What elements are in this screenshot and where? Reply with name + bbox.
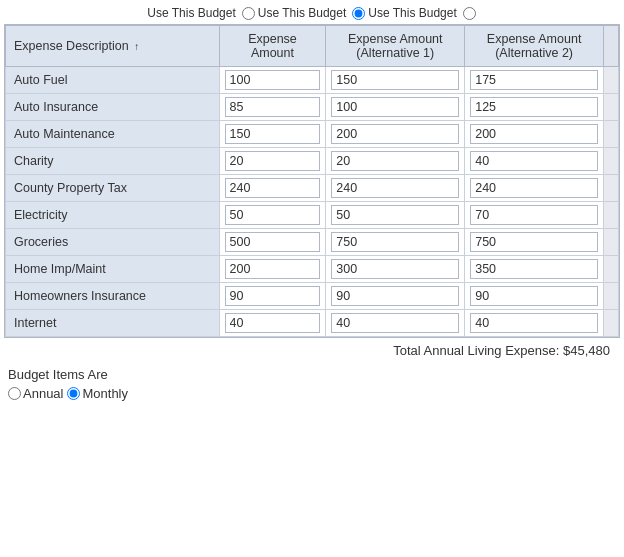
input-alt2[interactable] xyxy=(470,97,598,117)
input-alt1[interactable] xyxy=(331,178,459,198)
col-header-description[interactable]: Expense Description ↑ xyxy=(6,26,220,67)
input-amount[interactable] xyxy=(225,178,321,198)
input-alt1[interactable] xyxy=(331,205,459,225)
cell-description: Homeowners Insurance xyxy=(6,283,220,310)
input-alt2[interactable] xyxy=(470,259,598,279)
cell-alt1[interactable] xyxy=(326,67,465,94)
input-alt1[interactable] xyxy=(331,313,459,333)
scrollbar-cell xyxy=(604,256,619,283)
top-budget-label-0: Use This Budget xyxy=(147,6,236,20)
cell-amount[interactable] xyxy=(219,202,326,229)
table-header-row: Expense Description ↑ Expense Amount Exp… xyxy=(6,26,619,67)
input-alt1[interactable] xyxy=(331,70,459,90)
cell-amount[interactable] xyxy=(219,310,326,337)
col-header-alt1: Expense Amount (Alternative 1) xyxy=(326,26,465,67)
cell-alt1[interactable] xyxy=(326,202,465,229)
cell-amount[interactable] xyxy=(219,67,326,94)
top-budget-option-2[interactable]: Use This Budget xyxy=(368,6,477,20)
scrollbar-cell xyxy=(604,202,619,229)
top-budget-radio-1[interactable] xyxy=(352,7,365,20)
cell-alt1[interactable] xyxy=(326,283,465,310)
input-amount[interactable] xyxy=(225,286,321,306)
cell-alt1[interactable] xyxy=(326,148,465,175)
input-amount[interactable] xyxy=(225,151,321,171)
monthly-radio[interactable] xyxy=(67,387,80,400)
cell-alt2[interactable] xyxy=(465,175,604,202)
input-alt2[interactable] xyxy=(470,70,598,90)
table-row: Charity xyxy=(6,148,619,175)
cell-alt1[interactable] xyxy=(326,229,465,256)
input-alt2[interactable] xyxy=(470,205,598,225)
cell-amount[interactable] xyxy=(219,283,326,310)
input-alt1[interactable] xyxy=(331,97,459,117)
scrollbar-cell xyxy=(604,121,619,148)
cell-alt1[interactable] xyxy=(326,121,465,148)
cell-amount[interactable] xyxy=(219,229,326,256)
cell-alt1[interactable] xyxy=(326,310,465,337)
cell-amount[interactable] xyxy=(219,121,326,148)
cell-alt2[interactable] xyxy=(465,283,604,310)
cell-amount[interactable] xyxy=(219,256,326,283)
top-budget-option-0[interactable]: Use This Budget xyxy=(147,6,256,20)
annual-option[interactable]: Annual xyxy=(8,386,63,401)
input-amount[interactable] xyxy=(225,70,321,90)
top-budget-radio-0[interactable] xyxy=(242,7,255,20)
table-row: County Property Tax xyxy=(6,175,619,202)
input-alt1[interactable] xyxy=(331,124,459,144)
input-alt1[interactable] xyxy=(331,286,459,306)
cell-description: Home Imp/Maint xyxy=(6,256,220,283)
cell-description: Auto Fuel xyxy=(6,67,220,94)
cell-amount[interactable] xyxy=(219,94,326,121)
table-body: Auto FuelAuto InsuranceAuto MaintenanceC… xyxy=(6,67,619,337)
input-amount[interactable] xyxy=(225,97,321,117)
cell-alt2[interactable] xyxy=(465,310,604,337)
input-alt2[interactable] xyxy=(470,178,598,198)
scrollbar-cell xyxy=(604,175,619,202)
cell-description: Electricity xyxy=(6,202,220,229)
input-alt2[interactable] xyxy=(470,151,598,171)
top-budget-option-1[interactable]: Use This Budget xyxy=(258,6,367,20)
input-alt2[interactable] xyxy=(470,286,598,306)
input-amount[interactable] xyxy=(225,259,321,279)
cell-alt2[interactable] xyxy=(465,148,604,175)
table-row: Groceries xyxy=(6,229,619,256)
input-alt2[interactable] xyxy=(470,313,598,333)
cell-description: County Property Tax xyxy=(6,175,220,202)
annual-radio[interactable] xyxy=(8,387,21,400)
table-row: Homeowners Insurance xyxy=(6,283,619,310)
input-alt1[interactable] xyxy=(331,151,459,171)
cell-description: Groceries xyxy=(6,229,220,256)
cell-alt2[interactable] xyxy=(465,256,604,283)
scrollbar-cell xyxy=(604,283,619,310)
input-amount[interactable] xyxy=(225,205,321,225)
cell-alt1[interactable] xyxy=(326,175,465,202)
cell-alt2[interactable] xyxy=(465,202,604,229)
input-alt2[interactable] xyxy=(470,124,598,144)
input-alt1[interactable] xyxy=(331,232,459,252)
cell-alt1[interactable] xyxy=(326,94,465,121)
scrollbar-cell xyxy=(604,67,619,94)
table-row: Home Imp/Maint xyxy=(6,256,619,283)
cell-alt2[interactable] xyxy=(465,67,604,94)
input-amount[interactable] xyxy=(225,232,321,252)
cell-alt2[interactable] xyxy=(465,94,604,121)
monthly-option[interactable]: Monthly xyxy=(67,386,128,401)
top-budget-radio-2[interactable] xyxy=(463,7,476,20)
input-alt1[interactable] xyxy=(331,259,459,279)
scrollbar-header xyxy=(604,26,619,67)
scrollbar-cell xyxy=(604,229,619,256)
input-amount[interactable] xyxy=(225,313,321,333)
cell-alt2[interactable] xyxy=(465,229,604,256)
cell-description: Auto Maintenance xyxy=(6,121,220,148)
scrollbar-cell xyxy=(604,310,619,337)
cell-alt1[interactable] xyxy=(326,256,465,283)
input-amount[interactable] xyxy=(225,124,321,144)
cell-alt2[interactable] xyxy=(465,121,604,148)
table-row: Auto Fuel xyxy=(6,67,619,94)
budget-items-label: Budget Items Are xyxy=(8,367,616,382)
cell-amount[interactable] xyxy=(219,175,326,202)
top-budget-label-1: Use This Budget xyxy=(258,6,347,20)
input-alt2[interactable] xyxy=(470,232,598,252)
annual-label: Annual xyxy=(23,386,63,401)
cell-amount[interactable] xyxy=(219,148,326,175)
